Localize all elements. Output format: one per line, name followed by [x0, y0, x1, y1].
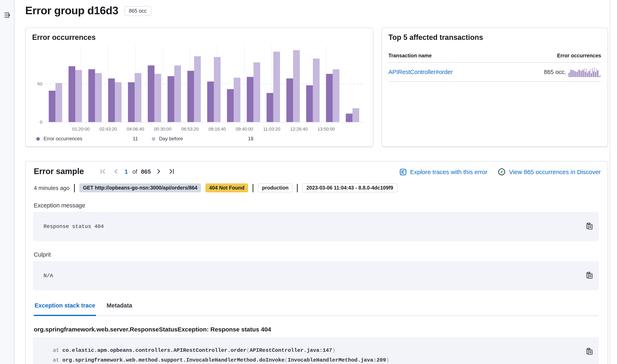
stack-frame-line: at org.springframework.web.method.suppor…	[53, 355, 389, 364]
expand-menu-button[interactable]	[3, 11, 12, 20]
first-page-icon	[100, 168, 107, 175]
menu-right-icon	[4, 11, 11, 19]
sample-tabs: Exception stack trace Metadata	[34, 302, 599, 316]
culprit-value: N/A	[43, 273, 53, 279]
error-sample-header: Error sample 1 of 865	[34, 167, 176, 176]
svg-text:09:40:00: 09:40:00	[236, 127, 253, 131]
error-sample-panel: Error sample 1 of 865	[25, 161, 608, 364]
explore-traces-link[interactable]: Explore traces with this error	[400, 168, 488, 175]
copy-clipboard-icon	[586, 348, 593, 355]
transactions-table-header: Transaction name Error occurrences	[388, 53, 601, 63]
last-page-icon	[168, 168, 175, 175]
error-occurrences-title: Error occurrences	[32, 33, 366, 42]
legend-label: Error occurrences	[43, 136, 82, 142]
sample-pagination: 1 of 865	[99, 167, 176, 176]
meta-divider	[297, 184, 298, 192]
svg-text:02:43:20: 02:43:20	[100, 127, 117, 131]
copy-clipboard-icon	[586, 222, 593, 230]
svg-text:04:06:40: 04:06:40	[127, 127, 144, 131]
meta-divider	[253, 184, 253, 192]
stack-trace-block: at co.elastic.apm.opbeans.controllers.AP…	[33, 337, 599, 364]
legend-dot-current	[36, 137, 40, 141]
svg-text:08:16:40: 08:16:40	[208, 127, 226, 131]
stack-frame-line: at co.elastic.apm.opbeans.controllers.AP…	[53, 346, 389, 355]
first-page-button[interactable]	[99, 167, 108, 176]
error-sample-title: Error sample	[34, 167, 84, 176]
exception-message-block: Response status 404	[33, 212, 599, 241]
column-error-occurrences: Error occurrences	[557, 53, 601, 59]
collapsed-nav-sidebar	[0, 0, 15, 364]
svg-text:13:50:00: 13:50:00	[317, 127, 335, 131]
next-page-button[interactable]	[154, 167, 164, 176]
page-title: Error group d16d3	[25, 4, 118, 17]
error-occurrences-panel: Error occurrences 01:20:0002:43:2004:06:…	[25, 28, 373, 147]
meta-divider	[74, 184, 75, 192]
svg-text:12:26:40: 12:26:40	[290, 127, 308, 131]
apm-error-group-page: Error group d16d3 865 occ Error occurren…	[0, 0, 617, 364]
exception-message-value: Response status 404	[43, 223, 104, 230]
top-transactions-title: Top 5 affected transactions	[388, 33, 601, 42]
svg-text:01:20:00: 01:20:00	[72, 127, 90, 131]
exception-heading: org.springframework.web.server.ResponseS…	[34, 326, 271, 333]
vertical-scrollbar[interactable]	[610, 0, 617, 364]
culprit-block: N/A	[33, 261, 599, 290]
current-page: 1	[124, 168, 129, 175]
legend-dot-day-before	[152, 137, 155, 141]
svg-text:11:03:20: 11:03:20	[263, 127, 280, 131]
status-code-badge: 404 Not Found	[206, 183, 248, 192]
sample-meta-row: 4 minutes ago GET http://opbeans-go-nsn:…	[34, 183, 397, 192]
total-pages: 865	[141, 168, 151, 175]
transaction-link[interactable]: APIRestController#order	[388, 69, 453, 75]
view-in-discover-label: View 865 occurrences in Discover	[509, 168, 601, 175]
page-header: Error group d16d3 865 occ	[25, 4, 151, 17]
chart-legend: Error occurrences 11 Day before 18	[32, 136, 366, 142]
copy-exception-message-button[interactable]	[585, 222, 594, 231]
culprit-label: Culprit	[34, 251, 51, 258]
trace-explorer-icon	[400, 168, 407, 175]
transaction-occurrences: 865 occ.	[544, 69, 566, 75]
copy-stack-trace-button[interactable]	[585, 347, 594, 356]
explore-traces-label: Explore traces with this error	[410, 168, 488, 175]
sample-age: 4 minutes ago	[34, 185, 70, 191]
legend-item-error-occurrences[interactable]: Error occurrences 11	[36, 136, 138, 142]
svg-text:50: 50	[38, 81, 42, 86]
environment-badge: production	[258, 183, 293, 192]
exception-message-label: Exception message	[34, 202, 85, 209]
discover-compass-icon	[498, 168, 506, 176]
tab-metadata[interactable]: Metadata	[106, 302, 133, 316]
transaction-row: APIRestController#order 865 occ.	[388, 63, 601, 82]
copy-clipboard-icon	[586, 272, 593, 279]
occurrences-sparkline	[569, 67, 601, 77]
next-page-icon	[155, 168, 163, 175]
legend-value: 11	[133, 136, 138, 142]
previous-page-button[interactable]	[111, 167, 120, 176]
occurrences-badge: 865 occ	[125, 6, 151, 16]
legend-value: 18	[248, 136, 253, 142]
error-sample-actions: Explore traces with this error View 865 …	[400, 168, 601, 176]
legend-item-day-before[interactable]: Day before 18	[152, 136, 253, 142]
error-occurrences-bar-chart[interactable]: 01:20:0002:43:2004:06:4005:30:0006:53:20…	[32, 43, 366, 134]
request-method-badge: GET http://opbeans-go-nsn:3000/api/order…	[79, 183, 201, 192]
timestamp-version-badge: 2023-03-06 11:04:43 - 8.8.0-4dc109f9	[302, 183, 397, 192]
last-page-button[interactable]	[167, 167, 176, 176]
view-in-discover-link[interactable]: View 865 occurrences in Discover	[498, 168, 601, 176]
svg-text:06:53:20: 06:53:20	[181, 127, 199, 131]
previous-page-icon	[112, 168, 119, 175]
column-transaction-name: Transaction name	[388, 53, 432, 59]
svg-text:0: 0	[40, 119, 42, 125]
top-affected-transactions-panel: Top 5 affected transactions Transaction …	[382, 28, 608, 147]
page-of-label: of	[132, 168, 137, 175]
svg-text:05:30:00: 05:30:00	[154, 127, 171, 131]
stack-frames: at co.elastic.apm.opbeans.controllers.AP…	[53, 346, 389, 364]
copy-culprit-button[interactable]	[585, 271, 594, 280]
tab-exception-stack-trace[interactable]: Exception stack trace	[34, 302, 96, 316]
legend-label: Day before	[159, 136, 183, 142]
